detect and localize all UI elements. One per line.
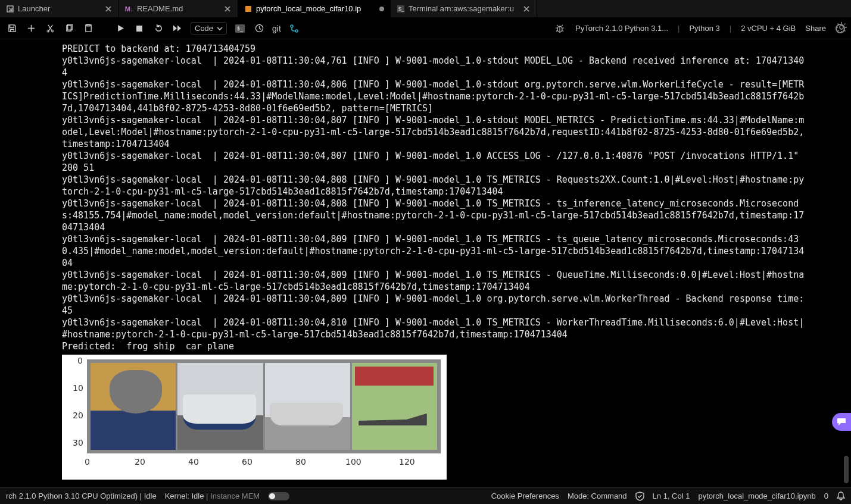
image-grid	[87, 359, 441, 453]
kernel-lang[interactable]: Python 3	[689, 24, 719, 33]
status-file[interactable]: pytorch_local_mode_cifar10.ipynb	[698, 492, 815, 500]
svg-text:$_: $_	[398, 6, 404, 12]
chevron-down-icon	[217, 26, 223, 32]
thumb-frog	[91, 363, 176, 450]
restart-button[interactable]	[152, 23, 164, 35]
status-image[interactable]: rch 2.1.0 Python 3.10 CPU Optimized) | I…	[6, 492, 157, 500]
gear-icon[interactable]	[836, 21, 847, 35]
close-icon[interactable]	[223, 5, 232, 13]
tab-label: Launcher	[18, 4, 101, 13]
thumb-ship	[177, 363, 263, 450]
tab-bar: Launcher M↓ README.md pytorch_local_mode…	[0, 0, 851, 18]
cell-type-select[interactable]: Code	[191, 22, 227, 35]
tab-readme[interactable]: M↓ README.md	[119, 0, 238, 17]
markdown-icon: M↓	[125, 5, 133, 13]
ytick: 20	[73, 411, 83, 420]
tab-label: Terminal arn:aws:sagemaker:u	[409, 4, 519, 13]
xtick: 40	[188, 457, 199, 467]
close-icon[interactable]	[522, 5, 531, 13]
notebook-output: PREDICT to backend at: 1704713404759 y0t…	[0, 39, 851, 487]
ytick: 30	[73, 438, 83, 447]
tab-notebook[interactable]: pytorch_local_mode_cifar10.ip	[238, 0, 391, 17]
svg-rect-1	[245, 6, 251, 12]
ytick: 10	[73, 383, 83, 393]
scrollbar-thumb[interactable]	[844, 456, 849, 483]
launcher-icon	[6, 5, 14, 13]
bell-count: 0	[824, 492, 828, 500]
bug-icon[interactable]	[554, 23, 566, 35]
bell-icon[interactable]	[837, 492, 845, 501]
notebook-toolbar: Code $_ git PyTorch 2.1.0 Python 3.1... …	[0, 18, 851, 39]
svg-text:$_: $_	[237, 26, 244, 32]
dirty-indicator-icon	[379, 7, 384, 11]
cell-type-label: Code	[195, 24, 213, 33]
close-icon[interactable]	[104, 5, 113, 13]
save-button[interactable]	[6, 23, 18, 35]
xtick: 100	[345, 457, 361, 467]
paste-button[interactable]	[82, 23, 94, 35]
svg-point-15	[295, 30, 298, 32]
mode-indicator: Mode: Command	[568, 492, 627, 500]
git-diff-button[interactable]	[288, 23, 300, 35]
schedule-button[interactable]	[253, 23, 265, 35]
ytick: 0	[77, 356, 83, 365]
tab-launcher[interactable]: Launcher	[0, 0, 119, 17]
git-label: git	[272, 24, 281, 33]
kernel-image[interactable]: PyTorch 2.1.0 Python 3.1...	[575, 24, 668, 33]
mem-label: Instance MEM	[210, 492, 260, 500]
status-kernel[interactable]: Kernel: Idle	[165, 492, 204, 500]
instance-label[interactable]: 2 vCPU + 4 GiB	[741, 24, 796, 33]
shield-icon[interactable]	[635, 492, 644, 501]
xtick: 120	[399, 457, 415, 467]
copy-button[interactable]	[63, 23, 75, 35]
stop-button[interactable]	[133, 23, 145, 35]
svg-rect-10	[136, 26, 142, 32]
chat-bubble-icon[interactable]	[832, 413, 851, 431]
insert-cell-button[interactable]	[25, 23, 37, 35]
xtick: 80	[295, 457, 306, 467]
terminal-button[interactable]: $_	[234, 23, 246, 35]
tab-terminal[interactable]: $_ Terminal arn:aws:sagemaker:u	[391, 0, 537, 17]
status-bar: rch 2.1.0 Python 3.10 CPU Optimized) | I…	[0, 487, 851, 504]
terminal-icon: $_	[397, 5, 405, 13]
xtick: 0	[85, 457, 90, 467]
xtick: 60	[242, 457, 253, 467]
run-all-button[interactable]	[172, 23, 183, 35]
svg-point-14	[291, 25, 293, 27]
xtick: 20	[135, 457, 145, 467]
tab-label: README.md	[137, 4, 220, 13]
thumb-plane	[352, 363, 437, 450]
cookie-preferences[interactable]: Cookie Preferences	[491, 492, 559, 500]
thumb-car	[265, 363, 350, 450]
line-col[interactable]: Ln 1, Col 1	[653, 492, 690, 500]
cut-button[interactable]	[44, 23, 56, 35]
notebook-icon	[244, 5, 253, 13]
svg-point-17	[840, 26, 843, 29]
mem-toggle[interactable]	[268, 492, 289, 500]
log-output: PREDICT to backend at: 1704713404759 y0t…	[62, 43, 806, 352]
share-button[interactable]: Share	[805, 24, 826, 33]
run-button[interactable]	[114, 23, 126, 35]
tab-label: pytorch_local_mode_cifar10.ip	[256, 4, 376, 13]
matplotlib-figure: 0 10 20 30 0 20 40 60 80 100 120	[62, 355, 447, 480]
